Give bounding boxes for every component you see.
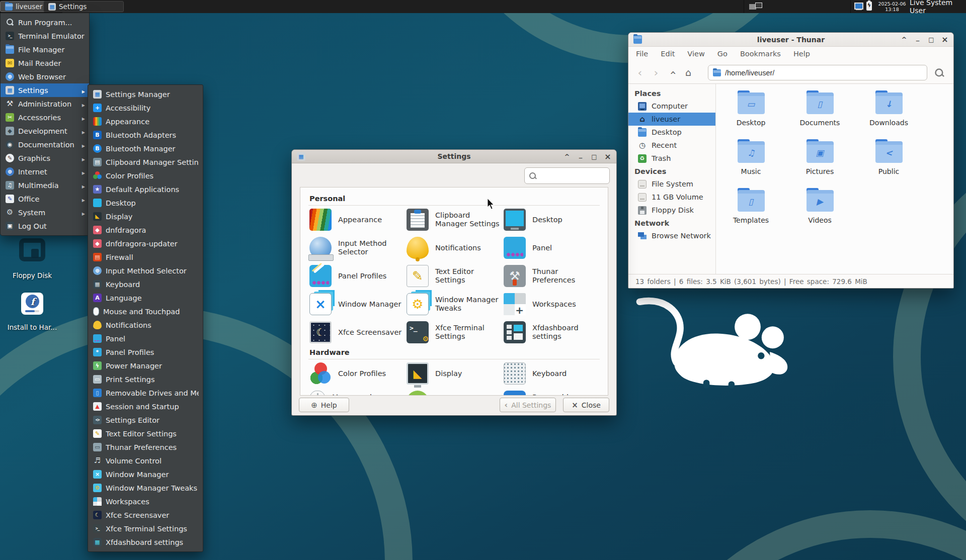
desktop-icon-floppy[interactable]: Floppy Disk	[5, 238, 60, 279]
settings-titlebar[interactable]: ▦ Settings	[292, 150, 616, 163]
minimize-icon[interactable]	[914, 36, 921, 43]
all-settings-button[interactable]: ‹ All Settings	[500, 398, 556, 412]
submenu-item[interactable]: Workspaces	[88, 495, 203, 508]
submenu-item[interactable]: ▤ Firewall	[88, 250, 203, 264]
menu-item[interactable]: ◆ Development	[1, 124, 89, 138]
search-button[interactable]	[931, 65, 947, 80]
menu-item[interactable]: ⚒ Administration	[1, 97, 89, 111]
shade-icon[interactable]	[564, 153, 571, 160]
submenu-item[interactable]: ☾ Xfce Screensaver	[88, 508, 203, 522]
folder-item[interactable]: ♫ Music	[716, 135, 785, 184]
menu-item[interactable]: ▦ Settings	[1, 83, 89, 97]
menu-item[interactable]: >_ Terminal Emulator	[1, 29, 89, 43]
submenu-item[interactable]: ▦ Settings Manager	[88, 87, 203, 101]
sidebar-item[interactable]: 11 GB Volume	[628, 191, 715, 204]
submenu-item[interactable]: ▤ Clipboard Manager Settings	[88, 155, 203, 169]
search-input[interactable]	[540, 172, 600, 179]
folder-item[interactable]: ▭ Desktop	[716, 86, 785, 135]
submenu-item[interactable]: * Panel Profiles	[88, 345, 203, 359]
settings-tile[interactable]: Desktop	[503, 206, 600, 234]
settings-tile[interactable]: Power Manager	[406, 388, 503, 396]
maximize-icon[interactable]	[591, 153, 598, 160]
settings-tile[interactable]: ◣ Display	[406, 359, 503, 388]
submenu-item[interactable]: B Bluetooth Adapters	[88, 128, 203, 142]
desktop-icon-installer[interactable]: f Install to Har...	[5, 293, 60, 331]
close-button[interactable]: × Close	[563, 398, 609, 412]
minimize-icon[interactable]	[577, 153, 584, 160]
sidebar-item[interactable]: ♻ Trash	[628, 152, 715, 165]
submenu-item[interactable]: Panel	[88, 332, 203, 345]
sidebar-item[interactable]: ◷ Recent	[628, 139, 715, 152]
folder-item[interactable]: ▣ Pictures	[785, 135, 854, 184]
sidebar-item[interactable]: File System	[628, 177, 715, 191]
forward-button[interactable]: ›	[649, 65, 664, 80]
settings-tile[interactable]: Panel Profiles	[308, 262, 406, 290]
submenu-item[interactable]: × Window Manager	[88, 468, 203, 481]
settings-tile[interactable]: Xfdashboard settings	[503, 318, 600, 346]
network-tray-icon[interactable]	[854, 2, 864, 10]
settings-tile[interactable]: Keyboard	[503, 359, 600, 388]
settings-tile[interactable]: Appearance	[308, 206, 406, 234]
menu-item[interactable]: ✉ Mail Reader	[1, 56, 89, 70]
settings-tile[interactable]: ⚙ Window Manager Tweaks	[406, 290, 503, 318]
settings-tile[interactable]: ☾ Xfce Screensaver	[308, 318, 406, 346]
clock[interactable]: 2025-02-06 13:18	[877, 1, 907, 12]
submenu-item[interactable]: ◆ dnfdragora	[88, 223, 203, 237]
submenu-item[interactable]: ★ Default Applications	[88, 182, 203, 196]
submenu-item[interactable]: Mouse and Touchpad	[88, 305, 203, 318]
submenu-item[interactable]: ⊕ Input Method Selector	[88, 264, 203, 277]
menubar-item[interactable]: File	[636, 50, 648, 58]
menu-item[interactable]: File Manager	[1, 43, 89, 56]
submenu-item[interactable]: Notifications	[88, 318, 203, 332]
submenu-item[interactable]: Appearance	[88, 115, 203, 128]
menu-item[interactable]: ✂ Accessories	[1, 111, 89, 124]
close-icon[interactable]	[604, 153, 611, 161]
submenu-item[interactable]: Color Profiles	[88, 169, 203, 182]
menu-item[interactable]: ⚙ System	[1, 206, 89, 219]
menu-item[interactable]: ✎ Office	[1, 192, 89, 206]
submenu-item[interactable]: ▦ Xfdashboard settings	[88, 535, 203, 549]
menubar-item[interactable]: Go	[717, 50, 728, 58]
submenu-item[interactable]: ▭ Print Settings	[88, 372, 203, 386]
settings-search-box[interactable]	[524, 167, 610, 184]
settings-tile[interactable]: >_ Xfce Terminal Settings	[406, 318, 503, 346]
help-button[interactable]: ⊕ Help	[299, 398, 349, 412]
submenu-item[interactable]: ▯ Removable Drives and Media	[88, 386, 203, 400]
submenu-item[interactable]: ♬ Volume Control	[88, 454, 203, 468]
menubar-item[interactable]: Help	[793, 50, 810, 58]
submenu-item[interactable]: B Bluetooth Manager	[88, 142, 203, 155]
thunar-titlebar[interactable]: liveuser - Thunar	[628, 33, 953, 47]
settings-tile[interactable]: × Window Manager	[308, 290, 406, 318]
settings-tile[interactable]: Mouse and Touchpad	[308, 388, 406, 396]
menubar-item[interactable]: Bookmarks	[740, 50, 781, 58]
folder-item[interactable]: ▯ Documents	[785, 86, 854, 135]
menu-item[interactable]: ▣ Log Out	[1, 219, 89, 233]
settings-tile[interactable]: ψ Removable Drives and Media	[503, 388, 600, 396]
menu-item[interactable]: ⊕ Internet	[1, 165, 89, 178]
folder-item[interactable]: ▯ Templates	[716, 184, 785, 233]
battery-tray-icon[interactable]	[866, 2, 872, 11]
submenu-item[interactable]: ⚙ Window Manager Tweaks	[88, 481, 203, 495]
folder-item[interactable]: < Public	[854, 135, 923, 184]
submenu-item[interactable]: <> Settings Editor	[88, 413, 203, 427]
sidebar-item[interactable]: Browse Network	[628, 229, 715, 242]
submenu-item[interactable]: >_ Xfce Terminal Settings	[88, 522, 203, 535]
taskbar-window-button[interactable]: ▦ Settings	[43, 1, 124, 12]
submenu-item[interactable]: ▦ Keyboard	[88, 277, 203, 291]
menu-item[interactable]: Run Program...	[1, 16, 89, 29]
shade-icon[interactable]	[901, 36, 908, 43]
close-icon[interactable]	[941, 36, 948, 44]
menubar-item[interactable]: View	[687, 50, 704, 58]
menu-item[interactable]: ⊕ Web Browser	[1, 70, 89, 83]
settings-tile[interactable]: Notifications	[406, 234, 503, 262]
sidebar-item[interactable]: ⌂ liveuser	[628, 113, 715, 126]
up-button[interactable]: ›	[665, 65, 680, 80]
menubar-item[interactable]: Edit	[661, 50, 675, 58]
menu-item[interactable]: ♫ Multimedia	[1, 178, 89, 192]
submenu-item[interactable]: + Accessibility	[88, 101, 203, 115]
sidebar-item[interactable]: Desktop	[628, 126, 715, 139]
path-bar[interactable]	[708, 65, 927, 80]
settings-tile[interactable]: Color Profiles	[308, 359, 406, 388]
settings-tile[interactable]: Input Method Selector	[308, 234, 406, 262]
folder-item[interactable]: ↓ Downloads	[854, 86, 923, 135]
